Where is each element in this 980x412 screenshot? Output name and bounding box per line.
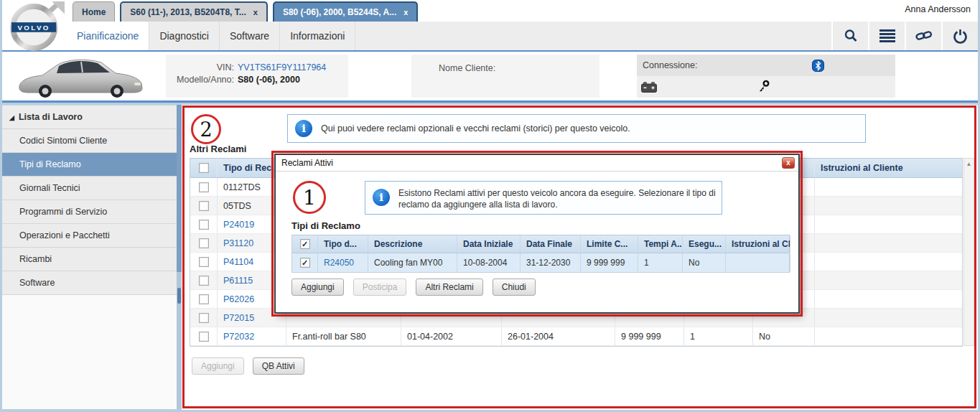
- row-checkbox-cell[interactable]: [190, 197, 218, 215]
- info-icon: i: [295, 120, 312, 137]
- sidebar-item-label: Programmi di Servizio: [19, 207, 107, 217]
- dialog-title: Reclami Attivi: [281, 158, 333, 168]
- add-button[interactable]: Aggiungi: [192, 357, 244, 375]
- nav-item-informazioni[interactable]: Informazioni: [280, 22, 355, 50]
- tab-home[interactable]: Home: [73, 1, 115, 22]
- chain-link-icon: [915, 29, 933, 42]
- tab-label: S60 (11-), 2013, B5204T8, T...: [130, 7, 246, 17]
- data-cell: 9 999 999: [615, 327, 684, 345]
- sidebar-item-lista-di-lavoro[interactable]: ◢Lista di Lavoro: [2, 106, 177, 129]
- select-all-checkbox[interactable]: [199, 163, 209, 173]
- customer-panel: Nome Cliente:: [411, 55, 599, 98]
- sidebar-item-giornali-tecnici[interactable]: Giornali Tecnici: [2, 177, 177, 200]
- logged-in-user: Anna Andersson: [905, 4, 971, 14]
- row-checkbox-cell[interactable]: ✓: [292, 253, 318, 272]
- sidebar-item-operazioni-e-pacchetti[interactable]: Operazioni e Pacchetti: [2, 224, 177, 248]
- column-header: Limite C...: [581, 235, 638, 253]
- volvo-logo-icon: VOLVO: [6, 1, 68, 52]
- data-cell: 10-08-2004: [457, 253, 521, 272]
- data-cell: [815, 234, 963, 252]
- dialog-postpone-button[interactable]: Posticipa: [353, 278, 407, 296]
- hamburger-menu-icon: [879, 29, 895, 43]
- row-checkbox-cell[interactable]: [190, 327, 218, 345]
- data-cell: [815, 253, 963, 271]
- vin-value[interactable]: YV1TS61F9Y1117964: [238, 62, 326, 72]
- top-bar: VOLVO HomeS60 (11-), 2013, B5204T8, T...…: [2, 0, 978, 50]
- link-button[interactable]: [905, 22, 941, 50]
- table-row[interactable]: P72032Fr.anti-roll bar S8001-04-200226-0…: [190, 327, 962, 346]
- search-button[interactable]: [831, 22, 868, 50]
- qb-active-button[interactable]: QB Attivi: [253, 357, 304, 375]
- power-button[interactable]: [941, 22, 978, 50]
- tab-label: S80 (-06), 2000, B5244S, A...: [283, 7, 396, 17]
- active-claims-dialog: Reclami Attivi x 1 i Esistono Reclami at…: [274, 154, 800, 314]
- annotation-number-1: 1: [293, 181, 326, 214]
- connection-panel: Connessione:: [637, 55, 895, 98]
- row-checkbox[interactable]: [199, 257, 209, 267]
- claim-id-cell[interactable]: P72032: [218, 327, 286, 345]
- dialog-close-icon[interactable]: x: [782, 157, 795, 169]
- tab-s80-06-2000-b5244s-a[interactable]: S80 (-06), 2000, B5244S, A...x: [273, 1, 418, 22]
- row-checkbox-cell[interactable]: [190, 234, 218, 252]
- sidebar-item-software[interactable]: Software: [2, 271, 177, 295]
- data-cell: 26-01-2004: [502, 327, 615, 345]
- row-checkbox[interactable]: [199, 238, 209, 248]
- nav-item-diagnostici[interactable]: Diagnostici: [149, 22, 219, 50]
- row-checkbox[interactable]: [199, 201, 209, 211]
- car-key-icon: [756, 80, 770, 94]
- row-checkbox[interactable]: [199, 332, 209, 342]
- sidebar-item-codici-sintomi-cliente[interactable]: Codici Sintomi Cliente: [2, 129, 177, 153]
- row-checkbox-cell[interactable]: [190, 215, 218, 233]
- tab-close-icon[interactable]: x: [403, 8, 408, 17]
- column-header: Data Iniziale: [457, 235, 521, 253]
- row-checkbox[interactable]: [199, 294, 209, 304]
- sidebar-item-tipi-di-reclamo[interactable]: Tipi di Reclamo: [2, 153, 177, 177]
- customer-name-label: Nome Cliente:: [439, 63, 495, 73]
- header-checkbox-cell: [190, 159, 218, 177]
- data-cell: [815, 290, 963, 308]
- page-info-message: i Qui puoi vedere reclami opzionali e ve…: [287, 114, 866, 143]
- data-cell: [815, 215, 963, 233]
- row-checkbox-cell[interactable]: [190, 271, 218, 289]
- column-header: Data Finale: [521, 235, 581, 253]
- table-row[interactable]: ✓R24050Cooling fan MY0010-08-200431-12-2…: [292, 253, 789, 272]
- dialog-close-button[interactable]: Chiudi: [493, 278, 536, 296]
- dialog-other-claims-button[interactable]: Altri Reclami: [416, 278, 482, 296]
- sidebar-item-label: Giornali Tecnici: [19, 183, 80, 193]
- row-checkbox-cell[interactable]: [190, 309, 218, 327]
- power-icon: [953, 29, 968, 44]
- row-checkbox-cell[interactable]: [190, 178, 218, 196]
- data-cell: 31-12-2030: [521, 253, 581, 272]
- row-checkbox[interactable]: [199, 182, 209, 192]
- table-scrollbar[interactable]: ▲: [963, 158, 974, 346]
- data-cell: [815, 271, 963, 289]
- nav-item-pianificazione[interactable]: Pianificazione: [67, 22, 149, 50]
- row-checkbox-cell[interactable]: [190, 290, 218, 308]
- sidebar-item-programmi-di-servizio[interactable]: Programmi di Servizio: [2, 200, 177, 224]
- nav-item-software[interactable]: Software: [220, 22, 280, 50]
- claim-id-cell[interactable]: R24050: [318, 253, 368, 272]
- select-all-checkbox[interactable]: ✓: [300, 239, 310, 249]
- sidebar-splitter[interactable]: [177, 105, 182, 409]
- dialog-title-bar[interactable]: Reclami Attivi x: [276, 155, 798, 172]
- sidebar-item-label: Codici Sintomi Cliente: [19, 136, 107, 146]
- row-checkbox[interactable]: [199, 313, 209, 323]
- column-header: Tempi A...: [638, 235, 683, 253]
- column-header: Descrizione: [368, 235, 457, 253]
- vin-label: VIN:: [166, 62, 234, 72]
- connection-label: Connessione:: [643, 60, 697, 70]
- sidebar-item-ricambi[interactable]: Ricambi: [2, 248, 177, 271]
- data-cell: 1: [684, 327, 753, 345]
- claim-types-title: Tipi di Reclamo: [291, 220, 360, 231]
- data-cell: Fr.anti-roll bar S80: [286, 327, 401, 345]
- row-checkbox[interactable]: [199, 276, 209, 286]
- row-checkbox[interactable]: ✓: [300, 258, 310, 268]
- expander-icon: ◢: [9, 114, 14, 121]
- dialog-add-button[interactable]: Aggiungi: [291, 278, 344, 296]
- tab-close-icon[interactable]: x: [253, 8, 258, 17]
- menu-button[interactable]: [868, 22, 905, 50]
- scroll-up-icon[interactable]: ▲: [966, 161, 972, 167]
- tab-s60-11-2013-b5204t8-[interactable]: S60 (11-), 2013, B5204T8, T...x: [120, 1, 268, 22]
- row-checkbox[interactable]: [199, 220, 209, 230]
- row-checkbox-cell[interactable]: [190, 253, 218, 271]
